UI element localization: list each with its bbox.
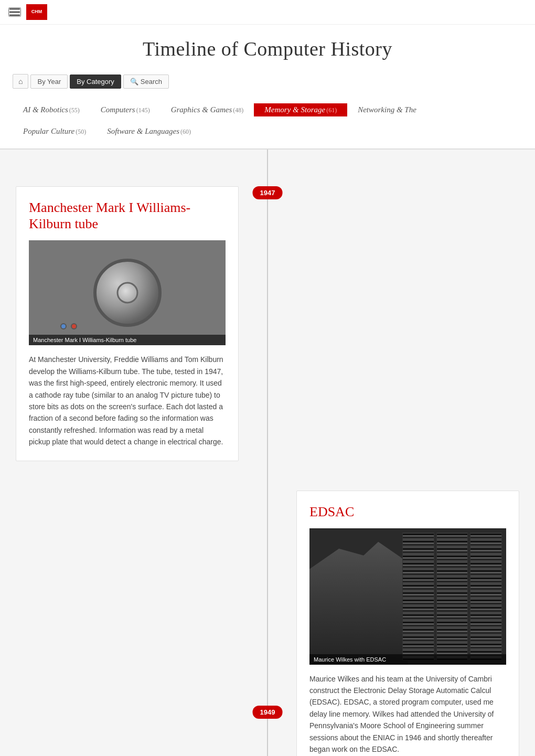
row-1947: Manchester Mark I Williams-Kilburn tube …: [0, 160, 535, 480]
edsac-rack-1: [402, 533, 434, 661]
by-year-button[interactable]: By Year: [30, 74, 68, 89]
search-label: Search: [141, 78, 162, 86]
edsac-body: Maurice Wilkes and his team at the Unive…: [309, 673, 506, 755]
category-graphics-games[interactable]: Graphics & Games(48): [160, 103, 254, 116]
logo-text: CHM: [31, 9, 42, 15]
category-ai-robotics-count: (55): [69, 107, 80, 114]
wk-dot-blue: [60, 323, 67, 329]
header-top: CHM: [0, 0, 535, 25]
category-software-languages-count: (60): [180, 128, 191, 135]
manchester-image-wrapper: Manchester Mark I Williams-Kilburn tube: [29, 240, 226, 345]
by-category-button[interactable]: By Category: [70, 74, 121, 89]
edsac-rack-3: [470, 533, 502, 661]
category-memory-storage-count: (61): [326, 107, 337, 114]
wk-dot-red: [71, 323, 77, 329]
left-col-manchester: Manchester Mark I Williams-Kilburn tube …: [0, 176, 268, 480]
left-col-1949-empty: [0, 480, 268, 522]
manchester-title: Manchester Mark I Williams-Kilburn tube: [29, 199, 226, 232]
edsac-figures: [309, 528, 408, 665]
home-button[interactable]: ⌂: [13, 74, 28, 89]
category-nav: AI & Robotics(55) Computers(145) Graphic…: [0, 95, 535, 149]
category-computers[interactable]: Computers(145): [90, 103, 160, 116]
manchester-card: Manchester Mark I Williams-Kilburn tube …: [16, 186, 239, 461]
edsac-rack-2: [436, 533, 468, 661]
site-title: Timeline of Computer History: [0, 25, 535, 70]
search-button[interactable]: 🔍 Search: [123, 74, 169, 89]
wk-tube-visual: [93, 259, 162, 327]
hamburger-button[interactable]: [8, 7, 21, 17]
right-col-1947-empty: [268, 176, 535, 218]
manchester-image: [29, 240, 226, 345]
logo: CHM: [26, 4, 47, 20]
category-graphics-games-count: (48): [233, 107, 243, 114]
manchester-caption: Manchester Mark I Williams-Kilburn tube: [29, 335, 226, 345]
search-icon: 🔍: [130, 78, 138, 86]
timeline-outer: Manchester Mark I Williams-Kilburn tube …: [0, 150, 535, 756]
category-networking[interactable]: Networking & The: [347, 103, 427, 116]
category-software-languages[interactable]: Software & Languages(60): [97, 125, 201, 138]
category-popular-culture-count: (50): [76, 128, 86, 135]
category-ai-robotics[interactable]: AI & Robotics(55): [13, 103, 90, 116]
edsac-image: [309, 528, 506, 665]
year-1949: 1949: [253, 706, 283, 719]
category-popular-culture[interactable]: Popular Culture(50): [13, 125, 97, 138]
category-computers-count: (145): [136, 107, 150, 114]
edsac-card: EDSAC Maurice Wilkes with EDSAC: [296, 491, 519, 757]
nav-bar: ⌂ By Year By Category 🔍 Search: [0, 70, 535, 95]
manchester-body: At Manchester University, Freddie Willia…: [29, 354, 226, 448]
row-1949: EDSAC Maurice Wilkes with EDSAC: [0, 480, 535, 757]
edsac-caption: Maurice Wilkes with EDSAC: [309, 654, 506, 665]
content-area: Manchester Mark I Williams-Kilburn tube …: [0, 150, 535, 756]
category-memory-storage[interactable]: Memory & Storage(61): [254, 103, 347, 116]
header: CHM Timeline of Computer History ⌂ By Ye…: [0, 0, 535, 150]
timeline-page: Manchester Mark I Williams-Kilburn tube …: [0, 150, 535, 756]
edsac-title: EDSAC: [309, 504, 506, 520]
edsac-image-wrapper: Maurice Wilkes with EDSAC: [309, 528, 506, 665]
right-col-edsac: EDSAC Maurice Wilkes with EDSAC: [268, 480, 535, 757]
year-1947: 1947: [253, 186, 283, 199]
wk-dots: [60, 323, 77, 329]
edsac-racks: [398, 528, 506, 665]
